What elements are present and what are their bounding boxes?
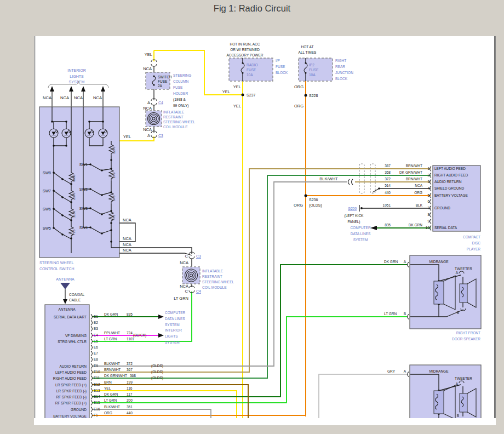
cd-name-2: DISC: [472, 241, 480, 245]
row-label: LR SPKR FEED (+): [55, 383, 87, 387]
s236-label: S236: [309, 198, 318, 202]
s237-label: S237: [247, 93, 255, 97]
yel-label: YEL: [222, 89, 230, 94]
wire-num: 351: [127, 405, 133, 409]
pin-id: E14: [94, 395, 100, 398]
interior-lights-label-2: LIGHTS: [70, 75, 84, 78]
c-label: C: [185, 289, 188, 294]
connector-header: ANTENNA: [58, 307, 76, 311]
coil-label-2: RESTRAINT: [163, 115, 184, 119]
nca-label: NCA: [123, 236, 131, 241]
holder-label-3: FUSE: [173, 85, 183, 89]
coax-label-2: CABLE: [69, 298, 81, 302]
pin-id: E7: [94, 351, 98, 355]
pin-id: F1: [94, 413, 98, 417]
row-label: AUDIO RETURN: [60, 364, 87, 368]
coil-label-3: STEERING WHEEL: [202, 280, 234, 284]
blkwht-label: BLK/WHT: [319, 176, 338, 181]
sw5-label: SW5: [43, 226, 51, 230]
gry-label: GRY: [387, 369, 396, 373]
c3-link: C3: [158, 134, 163, 138]
cd-pin: 10: [426, 226, 430, 230]
switch-fuse-label-1: SWITCH: [158, 75, 172, 79]
cd-pin: 1: [427, 167, 429, 170]
splice-dot: [305, 195, 307, 197]
olds-label: (OLDS): [309, 203, 322, 208]
hot-label-1: HOT AT: [301, 45, 314, 49]
cd-num: 835: [385, 223, 391, 227]
nca-label: NCA: [143, 66, 152, 71]
pin-id: E8: [94, 357, 98, 361]
sw2-label: SW2: [79, 187, 88, 191]
row-label: SERIAL DATA UART: [54, 315, 87, 319]
cdl-label-1: COMPUTER: [165, 311, 186, 315]
tweeter-speaker-icon: [460, 284, 467, 302]
wire-num: 372: [127, 362, 133, 366]
interior-lights-label-1: INTERIOR: [67, 68, 85, 72]
row-label: LR SPKR FEED (-): [56, 389, 87, 393]
splice-dot: [242, 94, 244, 96]
pin-id: E15: [94, 401, 100, 404]
coil-label-4: COIL MODULE: [163, 125, 188, 129]
wire-num: 199: [127, 380, 133, 384]
hot-label-2: OR W/ RETAINED: [230, 48, 260, 52]
pin-id: E5: [94, 339, 98, 343]
pin-id: E16: [94, 407, 100, 411]
resistor-6980: 6980: [72, 174, 76, 182]
yel-label: YEL: [123, 134, 131, 139]
speaker-location-1: RIGHT FRONT: [456, 331, 480, 335]
cd-signal: BATTERY VOLTAGE: [434, 193, 468, 197]
wire-color: DK GRN: [104, 312, 118, 316]
pin-id: E13: [94, 389, 100, 392]
c3-link: C3: [196, 254, 201, 258]
pin-id: E4: [94, 333, 98, 337]
ip-block-label-3: BLOCK: [276, 71, 288, 75]
resistor-348: 348: [112, 195, 116, 201]
wire-num: 117: [127, 392, 133, 396]
coax-label-1: COAXIAL: [69, 293, 85, 296]
ip2-fuse-label-2: FUSE: [309, 68, 319, 72]
c-label: C: [185, 254, 188, 259]
wire-num: 367: [127, 368, 133, 372]
row-label: STRG WHL CTLR: [58, 340, 87, 344]
holder-label-6: 99 ONLY): [173, 104, 188, 108]
midrange-label: MIDRANGE: [429, 260, 449, 264]
radio-fuse-label-2: FUSE: [247, 68, 256, 72]
c4-link: C4: [158, 101, 163, 105]
antenna-label: ANTENNA: [56, 277, 75, 281]
nca-label: NCA: [123, 218, 131, 222]
a-label: A: [404, 369, 406, 373]
wire-num: 835: [127, 312, 133, 316]
wire-color: BRN: [104, 380, 112, 384]
cdl-label-2: DATA LINES: [351, 232, 371, 236]
cd-pin: 6: [427, 199, 429, 203]
wire-color: ORG: [104, 411, 112, 415]
wire-color: DK GRN/WHT: [104, 374, 127, 378]
cd-signal: SERIAL DATA: [434, 226, 457, 230]
ip2-fuse-label-3: 10A: [309, 73, 316, 77]
g200-location-2: PANEL): [348, 220, 360, 224]
wire-num: 368: [130, 374, 136, 378]
nca-label: NCA: [143, 127, 152, 132]
wire-num: 440: [127, 411, 133, 415]
dkgrn-label: DK GRN: [384, 260, 398, 264]
nca-label: NCA: [93, 95, 102, 100]
tweeter-b-label: B: [457, 414, 459, 418]
sw6-label: SW6: [43, 207, 51, 211]
cd-pin: 9: [427, 219, 429, 223]
cd-num: 1051: [383, 203, 391, 207]
midrange-label: MIDRANGE: [429, 369, 449, 373]
il-label-2: LIGHTS: [165, 334, 178, 338]
pin-id: E10: [94, 370, 100, 374]
cd-num: 372: [385, 177, 391, 181]
s228-label: S228: [309, 94, 318, 98]
sw1-label: SW1: [79, 163, 88, 167]
yel-label: YEL: [145, 52, 152, 57]
wire-color: YEL: [104, 386, 111, 390]
il-label-1: INTERIOR: [165, 328, 182, 332]
a-label: A: [147, 100, 150, 105]
cd-num: 514: [385, 184, 391, 187]
nca-label: NCA: [143, 106, 152, 111]
holder-label-5: (1998 &: [173, 98, 186, 102]
holder-label-4: HOLDER: [173, 92, 188, 95]
